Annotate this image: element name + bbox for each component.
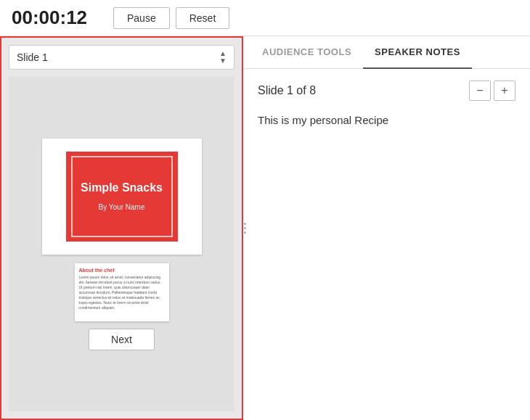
- next-button[interactable]: Next: [89, 329, 155, 350]
- preview-title: About the chef: [79, 268, 165, 273]
- header: 00:00:12 Pause Reset: [0, 0, 530, 36]
- speaker-notes-panel: Slide 1 of 8 − + This is my personal Rec…: [243, 69, 530, 420]
- timer-display: 00:00:12: [12, 7, 99, 29]
- slide-info-text: Slide 1 of 8: [258, 84, 316, 97]
- slide-cover-title: Simple Snacks: [81, 181, 163, 194]
- drag-dot-3: [244, 231, 246, 234]
- tab-speaker-notes[interactable]: SPEAKER NOTES: [363, 36, 472, 69]
- preview-text: Lorem ipsum dolor sit amet, consectetur …: [79, 275, 165, 310]
- tab-audience-tools[interactable]: AUDIENCE TOOLS: [250, 36, 363, 69]
- slide-info-row: Slide 1 of 8 − +: [258, 81, 515, 101]
- font-controls: − +: [469, 81, 515, 101]
- right-panel: AUDIENCE TOOLS SPEAKER NOTES Slide 1 of …: [243, 36, 530, 420]
- left-panel: Slide 1 ▲ ▼ Simple Snacks By Your Name A…: [0, 36, 243, 420]
- notes-text: This is my personal Recipe: [258, 112, 515, 129]
- slide-selector-arrows[interactable]: ▲ ▼: [219, 50, 227, 65]
- slide-cover: Simple Snacks By Your Name: [64, 149, 180, 244]
- slide-cover-subtitle: By Your Name: [99, 203, 145, 211]
- drag-dot-1: [244, 223, 246, 225]
- pause-button[interactable]: Pause: [113, 7, 170, 29]
- drag-dot-2: [244, 227, 246, 229]
- drag-handle[interactable]: [242, 218, 248, 239]
- slide-cover-inner: Simple Snacks By Your Name: [71, 156, 173, 237]
- decrease-font-button[interactable]: −: [469, 81, 491, 101]
- reset-button[interactable]: Reset: [176, 7, 230, 29]
- slide-display: Simple Snacks By Your Name About the che…: [9, 77, 235, 411]
- slide-selector-label: Slide 1: [17, 52, 48, 63]
- slide-selector[interactable]: Slide 1 ▲ ▼: [9, 45, 235, 70]
- main-content: Slide 1 ▲ ▼ Simple Snacks By Your Name A…: [0, 36, 530, 420]
- tab-bar: AUDIENCE TOOLS SPEAKER NOTES: [243, 36, 530, 69]
- arrow-down-icon: ▼: [219, 57, 227, 65]
- increase-font-button[interactable]: +: [494, 81, 515, 101]
- current-slide: Simple Snacks By Your Name: [42, 139, 202, 255]
- next-slide-preview: About the chef Lorem ipsum dolor sit ame…: [75, 263, 169, 321]
